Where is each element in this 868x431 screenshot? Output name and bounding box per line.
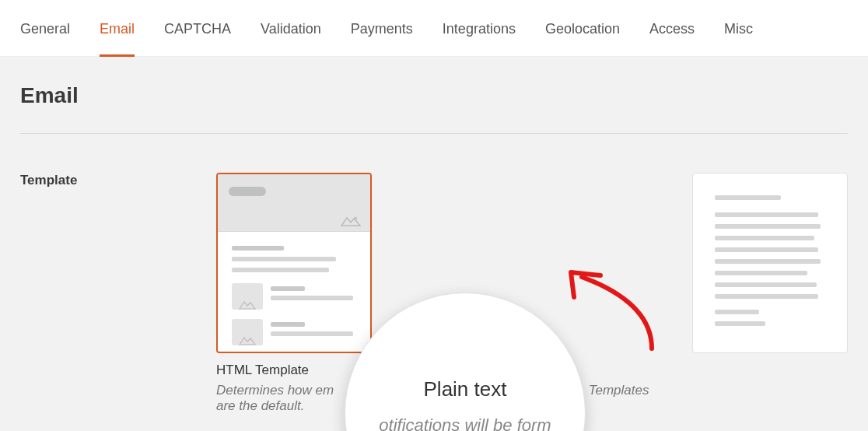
tab-general[interactable]: General <box>20 0 70 54</box>
tab-misc[interactable]: Misc <box>724 0 753 54</box>
setting-row-template: Template <box>20 134 848 414</box>
html-preview-body <box>218 232 370 353</box>
template-option-html-label: HTML Template <box>216 363 664 378</box>
setting-label-template: Template <box>20 173 216 414</box>
tab-access[interactable]: Access <box>649 0 695 54</box>
plain-preview-body <box>693 173 847 353</box>
setting-field-template: HTML Template Determines how em ML Templ… <box>216 173 848 414</box>
page-title: Email <box>20 83 848 133</box>
template-desc-left-fragment: Determines how em <box>216 383 334 398</box>
template-description: Determines how em ML Templates are the d… <box>216 383 664 414</box>
tab-email[interactable]: Email <box>100 0 135 57</box>
template-option-html[interactable]: HTML Template Determines how em ML Templ… <box>216 173 664 414</box>
content-area: Email Template <box>0 57 868 414</box>
tab-integrations[interactable]: Integrations <box>443 0 516 54</box>
thumbnail-icon <box>232 283 263 310</box>
template-card-plain[interactable] <box>692 173 848 353</box>
tab-validation[interactable]: Validation <box>261 0 321 54</box>
tab-payments[interactable]: Payments <box>351 0 413 54</box>
svg-point-0 <box>354 217 356 219</box>
template-options: HTML Template Determines how em ML Templ… <box>216 173 848 414</box>
magnifier-subtitle: otifications will be form <box>379 415 551 431</box>
mountain-icon <box>341 216 361 226</box>
template-card-html[interactable] <box>216 173 372 353</box>
template-option-plain[interactable] <box>692 173 848 414</box>
tab-captcha[interactable]: CAPTCHA <box>164 0 231 54</box>
thumbnail-icon <box>232 319 263 345</box>
html-preview-header <box>218 174 370 232</box>
placeholder-pill-icon <box>229 187 266 196</box>
tab-geolocation[interactable]: Geolocation <box>545 0 620 54</box>
tabs-bar: General Email CAPTCHA Validation Payment… <box>0 0 868 57</box>
